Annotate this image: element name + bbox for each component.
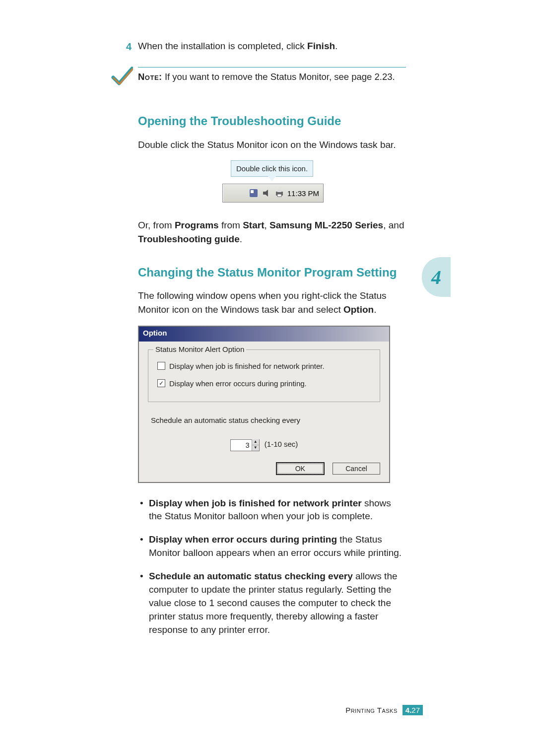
systray-time: 11:33 PM <box>287 189 319 198</box>
footer-page-box: 4.27 <box>402 705 423 715</box>
section1-intro: Double click the Status Monitor icon on … <box>138 138 406 152</box>
side-tab-number: 4 <box>431 266 441 289</box>
svg-rect-5 <box>277 194 281 197</box>
section1-alt-path: Or, from Programs from Start, Samsung ML… <box>138 218 406 246</box>
tray-printer-icon <box>274 188 284 198</box>
spinner-value: 3 <box>231 441 252 449</box>
checkbox-job-finished[interactable] <box>157 362 165 370</box>
cancel-button[interactable]: Cancel <box>333 463 380 475</box>
bullet-schedule: Schedule an automatic status checking ev… <box>138 570 406 637</box>
svg-rect-4 <box>277 190 281 192</box>
bullet-job-finished: Display when job is finished for network… <box>138 497 406 524</box>
note-divider <box>138 67 406 68</box>
chapter-side-tab: 4 <box>422 257 451 297</box>
tooltip-box: Double click this icon. <box>231 160 313 177</box>
tray-app-icon <box>249 188 259 198</box>
alert-option-groupbox: Status Monitor Alert Option Display when… <box>148 349 380 402</box>
option-dialog: Option Status Monitor Alert Option Displ… <box>138 326 390 483</box>
spinner-up-icon[interactable]: ▲ <box>252 439 259 445</box>
footer-section-label: Printing Tasks <box>345 706 398 714</box>
section2-intro: The following window opens when you righ… <box>138 289 406 316</box>
checkbox-job-finished-label: Display when job is finished for network… <box>169 362 325 370</box>
feature-bullets: Display when job is finished for network… <box>138 497 406 637</box>
svg-marker-2 <box>263 190 268 197</box>
tooltip-tail-icon <box>268 176 276 181</box>
note-text: If you want to remove the Status Monitor… <box>162 71 395 82</box>
spinner-range: (1-10 sec) <box>265 440 298 448</box>
spinner-down-icon[interactable]: ▼ <box>252 445 259 451</box>
svg-rect-1 <box>251 190 254 193</box>
groupbox-legend: Status Monitor Alert Option <box>153 345 246 353</box>
systray-figure: Double click this icon. 11:33 PM <box>222 160 322 203</box>
step-text-post: . <box>335 41 337 51</box>
note-row: Note: If you want to remove the Status M… <box>138 70 406 84</box>
schedule-label: Schedule an automatic status checking ev… <box>151 416 380 424</box>
tray-volume-icon <box>262 188 271 198</box>
heading-troubleshooting: Opening the Troubleshooting Guide <box>138 113 406 129</box>
heading-status-monitor-setting: Changing the Status Monitor Program Sett… <box>138 265 406 280</box>
systray: 11:33 PM <box>222 184 324 203</box>
note-label: Note: <box>138 71 162 82</box>
step-text-bold: Finish <box>307 41 335 51</box>
step-text-pre: When the installation is completed, clic… <box>138 41 307 51</box>
interval-spinner[interactable]: 3 ▲ ▼ <box>230 439 260 451</box>
checkmark-icon <box>111 66 133 87</box>
dialog-titlebar: Option <box>139 327 389 342</box>
bullet-error-occurs: Display when error occurs during printin… <box>138 533 406 560</box>
ok-button[interactable]: OK <box>276 462 325 475</box>
page-footer: Printing Tasks 4.27 <box>345 705 423 715</box>
step-4-line: 4 When the installation is completed, cl… <box>138 40 406 53</box>
checkbox-error-occurs[interactable]: ✓ <box>157 379 165 387</box>
checkbox-error-occurs-label: Display when error occurs during printin… <box>169 379 307 388</box>
step-number: 4 <box>126 40 132 54</box>
